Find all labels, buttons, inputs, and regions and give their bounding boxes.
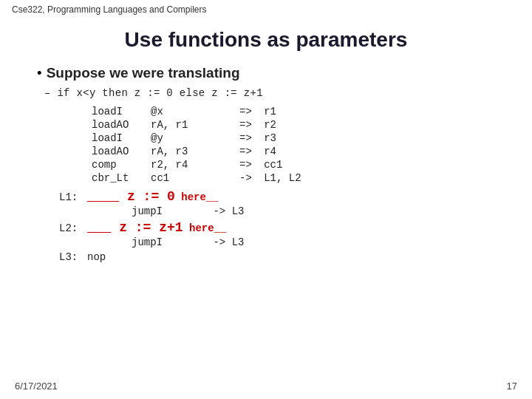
slide-container: Use functions as parameters • Suppose we…: [0, 0, 532, 399]
table-row: loadAO rA, r3 => r4: [89, 145, 304, 158]
table-row: cbr_Lt cc1 -> L1, L2: [89, 171, 304, 185]
arrow-cell: =>: [236, 105, 255, 118]
l1-jump: jumpI -> L3: [103, 205, 502, 217]
arg-cell: cc1: [148, 171, 236, 185]
op-cell: loadAO: [89, 118, 148, 132]
arrow-cell: =>: [236, 145, 255, 158]
l2-jump: jumpI -> L3: [103, 236, 502, 248]
if-line: – if x<y then z := 0 else z := z+1: [44, 87, 502, 99]
dest-cell: cc1: [255, 158, 304, 171]
table-row: loadAO rA, r1 => r2: [89, 118, 304, 132]
table-row: comp r2, r4 => cc1: [89, 158, 304, 171]
l2-assign: z := z+1: [111, 220, 183, 235]
arrow-cell: =>: [236, 158, 255, 171]
dest-cell: r4: [255, 145, 304, 158]
arrow-cell: =>: [236, 118, 255, 132]
dest-cell: r2: [255, 118, 304, 132]
arg-cell: @y: [148, 132, 236, 145]
arg-cell: rA, r1: [148, 118, 236, 132]
bullet-icon: •: [37, 65, 42, 81]
dest-cell: r3: [255, 132, 304, 145]
op-cell: loadAO: [89, 145, 148, 158]
arg-cell: r2, r4: [148, 158, 236, 171]
table-row: loadI @y => r3: [89, 132, 304, 145]
arrow-cell: ->: [236, 171, 255, 185]
op-cell: loadI: [89, 105, 148, 118]
table-row: loadI @x => r1: [89, 105, 304, 118]
l2-label: L2:: [59, 222, 87, 234]
arg-cell: rA, r3: [148, 145, 236, 158]
op-cell: comp: [89, 158, 148, 171]
op-cell: cbr_Lt: [89, 171, 148, 185]
l1-underline: [87, 189, 119, 204]
op-cell: loadI: [89, 132, 148, 145]
l2-here: here__: [183, 222, 227, 234]
code-table: loadI @x => r1 loadAO rA, r1 => r2 loadI…: [89, 105, 304, 185]
l1-here: here__: [175, 191, 219, 203]
footer-date: 6/17/2021: [15, 381, 58, 392]
l2-underline: [87, 220, 111, 235]
dest-cell: r1: [255, 105, 304, 118]
l3-label: L3:: [59, 251, 87, 263]
footer-page: 17: [507, 381, 517, 392]
slide-title: Use functions as parameters: [30, 28, 502, 52]
l1-assign: z := 0: [119, 189, 175, 204]
arrow-cell: =>: [236, 132, 255, 145]
arg-cell: @x: [148, 105, 236, 118]
l3-op: nop: [87, 251, 106, 263]
dest-cell: L1, L2: [255, 171, 304, 185]
l1-label: L1:: [59, 191, 87, 203]
bullet-text: Suppose we were translating: [47, 65, 240, 81]
